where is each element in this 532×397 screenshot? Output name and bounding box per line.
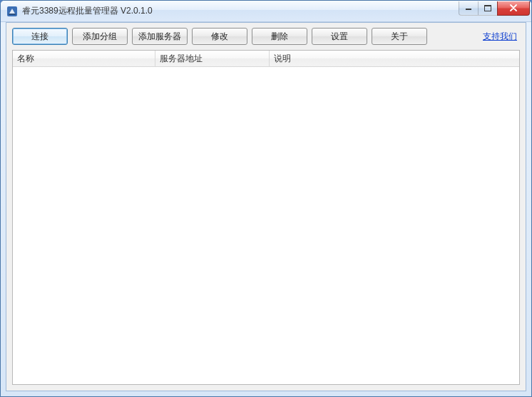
add-group-button[interactable]: 添加分组 [72, 28, 128, 45]
listview-body[interactable] [13, 67, 519, 384]
delete-button[interactable]: 删除 [252, 28, 307, 45]
listview-header: 名称 服务器地址 说明 [13, 51, 519, 67]
titlebar[interactable]: 睿元3389远程批量管理器 V2.0.1.0 [1, 1, 531, 22]
column-header-address[interactable]: 服务器地址 [155, 51, 270, 66]
svg-rect-2 [466, 9, 471, 10]
settings-button[interactable]: 设置 [312, 28, 367, 45]
server-listview[interactable]: 名称 服务器地址 说明 [12, 50, 520, 385]
about-button[interactable]: 关于 [372, 28, 427, 45]
close-button[interactable] [497, 1, 530, 16]
svg-rect-1 [9, 14, 16, 15]
toolbar: 连接 添加分组 添加服务器 修改 删除 设置 关于 支持我们 [6, 23, 526, 50]
add-server-button[interactable]: 添加服务器 [132, 28, 188, 45]
window-title: 睿元3389远程批量管理器 V2.0.1.0 [22, 5, 459, 17]
window-controls [459, 1, 530, 16]
main-window: 睿元3389远程批量管理器 V2.0.1.0 连接 添加分组 添加服务器 修改 … [0, 0, 532, 397]
support-link[interactable]: 支持我们 [483, 31, 517, 43]
column-header-description[interactable]: 说明 [270, 51, 519, 66]
svg-rect-4 [484, 5, 491, 6]
connect-button[interactable]: 连接 [12, 28, 68, 45]
modify-button[interactable]: 修改 [192, 28, 247, 45]
minimize-button[interactable] [459, 1, 479, 16]
maximize-button[interactable] [478, 1, 498, 16]
app-icon [6, 6, 18, 17]
client-area: 连接 添加分组 添加服务器 修改 删除 设置 关于 支持我们 名称 服务器地址 … [6, 22, 526, 391]
column-header-name[interactable]: 名称 [13, 51, 155, 66]
